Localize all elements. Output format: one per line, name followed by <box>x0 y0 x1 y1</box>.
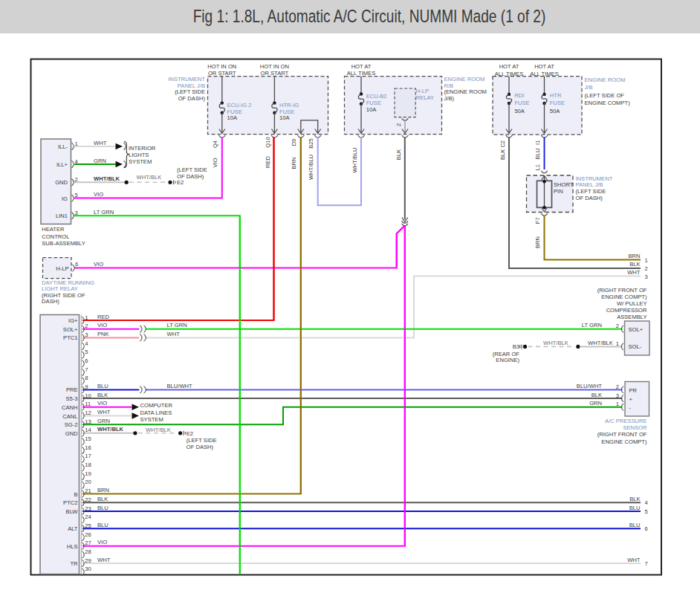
svg-text:GND: GND <box>55 179 68 186</box>
svg-text:1: 1 <box>616 340 619 347</box>
svg-text:I1: I1 <box>534 140 541 145</box>
svg-text:HTR-IG: HTR-IG <box>279 102 299 108</box>
svg-text:VIO: VIO <box>97 400 107 406</box>
svg-text:BLK: BLK <box>592 392 602 398</box>
svg-text:INTERIOR: INTERIOR <box>129 145 156 152</box>
svg-text:GRN: GRN <box>589 400 602 406</box>
svg-text:BLW: BLW <box>66 508 79 515</box>
svg-text:3: 3 <box>616 392 619 399</box>
svg-text:WHT/BLK: WHT/BLK <box>94 175 120 182</box>
svg-text:30: 30 <box>85 566 91 572</box>
svg-text:22: 22 <box>85 496 91 503</box>
svg-text:ENGINE): ENGINE) <box>496 357 519 363</box>
svg-text:24: 24 <box>85 514 91 520</box>
svg-text:7: 7 <box>85 366 88 373</box>
svg-text:(RIGHT FRONT OF: (RIGHT FRONT OF <box>597 431 647 438</box>
svg-text:IG+: IG+ <box>68 317 78 324</box>
svg-text:(LEFT SIDE: (LEFT SIDE <box>187 437 217 444</box>
svg-text:6: 6 <box>645 525 648 532</box>
svg-text:5: 5 <box>645 508 648 515</box>
svg-text:WHT: WHT <box>97 557 111 563</box>
svg-text:FUSE: FUSE <box>514 100 529 106</box>
svg-text:OR START: OR START <box>261 70 289 77</box>
svg-text:HOT IN ON: HOT IN ON <box>260 63 289 70</box>
svg-text:Q4: Q4 <box>212 140 218 148</box>
svg-text:16: 16 <box>85 444 91 451</box>
svg-text:ALL TIMES: ALL TIMES <box>347 70 375 77</box>
svg-text:28: 28 <box>85 548 91 555</box>
svg-text:27: 27 <box>85 540 91 546</box>
svg-text:PTC1: PTC1 <box>63 334 77 341</box>
svg-text:ALL TIMES: ALL TIMES <box>495 71 523 77</box>
svg-text:SOL-: SOL- <box>629 343 642 350</box>
svg-text:SYSTEM: SYSTEM <box>140 416 163 423</box>
svg-text:SENSOR: SENSOR <box>623 424 647 431</box>
svg-text:COMPRESSOR: COMPRESSOR <box>606 307 647 314</box>
svg-text:DATA LINES: DATA LINES <box>140 409 172 416</box>
svg-text:GRN: GRN <box>97 418 110 424</box>
svg-text:H-LP: H-LP <box>56 265 68 272</box>
svg-text:26: 26 <box>85 531 91 538</box>
svg-text:SYSTEM: SYSTEM <box>129 158 152 165</box>
svg-text:TR: TR <box>70 560 78 567</box>
svg-text:8: 8 <box>85 375 88 381</box>
svg-text:W/ PULLEY: W/ PULLEY <box>617 300 647 307</box>
svg-text:13: 13 <box>85 418 91 425</box>
svg-text:BLK: BLK <box>629 261 640 268</box>
svg-text:(REAR OF: (REAR OF <box>493 351 520 357</box>
svg-text:IG: IG <box>62 195 68 202</box>
svg-text:BRN: BRN <box>97 487 109 493</box>
svg-text:SUB-ASSEMBLY: SUB-ASSEMBLY <box>42 240 85 247</box>
svg-text:RELAY: RELAY <box>416 94 434 101</box>
svg-text:9: 9 <box>85 383 88 390</box>
svg-text:OR START: OR START <box>208 70 236 77</box>
svg-text:OF DASH): OF DASH) <box>178 95 206 102</box>
svg-text:+: + <box>629 396 633 403</box>
svg-text:OF DASH): OF DASH) <box>576 195 603 201</box>
svg-text:10A: 10A <box>366 106 377 113</box>
svg-text:10A: 10A <box>279 114 290 121</box>
svg-text:BRN: BRN <box>291 157 297 169</box>
svg-text:3: 3 <box>645 273 648 280</box>
svg-text:VIO: VIO <box>94 261 103 268</box>
svg-text:CANH: CANH <box>62 404 78 411</box>
svg-text:HOT IN ON: HOT IN ON <box>207 63 236 70</box>
svg-text:HOT AT: HOT AT <box>351 63 372 70</box>
svg-text:COMPUTER: COMPUTER <box>140 402 173 409</box>
svg-text:BLK: BLK <box>629 496 640 502</box>
svg-text:BLU/WHT: BLU/WHT <box>577 383 603 389</box>
svg-text:1: 1 <box>645 257 648 264</box>
svg-text:7: 7 <box>645 560 648 567</box>
svg-text:6: 6 <box>85 357 88 364</box>
svg-text:WHT: WHT <box>627 269 641 276</box>
svg-text:BLK C2: BLK C2 <box>499 140 506 160</box>
svg-text:GND: GND <box>65 430 78 437</box>
svg-text:WHT/BLK: WHT/BLK <box>97 426 124 433</box>
svg-text:Fig 1: 1.8L, Automatic A/C Cir: Fig 1: 1.8L, Automatic A/C Circuit, NUMM… <box>193 5 546 26</box>
svg-text:BLU: BLU <box>97 383 108 389</box>
svg-text:PR: PR <box>629 387 638 394</box>
svg-text:WHT/BLK: WHT/BLK <box>146 427 171 433</box>
svg-text:12: 12 <box>85 409 91 416</box>
svg-text:BLK: BLK <box>97 392 108 398</box>
svg-text:FUSE: FUSE <box>227 108 242 115</box>
svg-text:ILL+: ILL+ <box>56 161 68 168</box>
svg-text:HEATER: HEATER <box>42 226 65 233</box>
svg-text:BLU/WHT: BLU/WHT <box>167 383 193 389</box>
svg-text:10: 10 <box>85 392 91 399</box>
svg-text:2: 2 <box>616 383 619 390</box>
svg-text:ILL-: ILL- <box>58 143 68 150</box>
svg-text:10A: 10A <box>227 114 238 121</box>
svg-text:BLU: BLU <box>629 522 641 528</box>
svg-text:6: 6 <box>75 261 78 268</box>
svg-text:LT GRN: LT GRN <box>167 322 187 328</box>
svg-text:ENGINE COMPT): ENGINE COMPT) <box>601 294 647 300</box>
svg-text:(LEFT SIDE: (LEFT SIDE <box>576 188 606 195</box>
svg-text:5: 5 <box>75 192 78 198</box>
svg-text:D9: D9 <box>291 139 297 146</box>
svg-text:WHT: WHT <box>627 557 641 563</box>
svg-text:19: 19 <box>85 470 91 477</box>
svg-text:WHT: WHT <box>97 409 111 415</box>
svg-text:CONTROL: CONTROL <box>42 233 69 240</box>
svg-text:(LEFT SIDE: (LEFT SIDE <box>175 88 205 95</box>
